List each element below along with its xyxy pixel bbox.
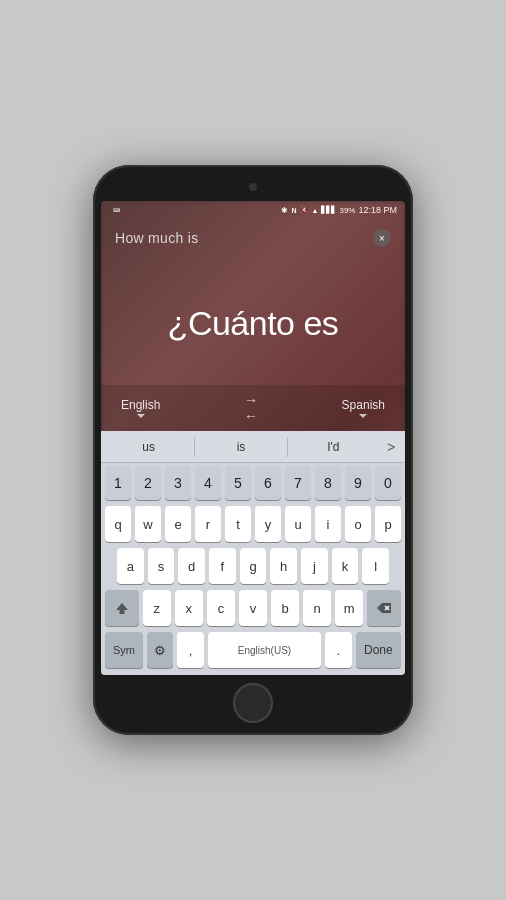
key-n[interactable]: n <box>303 590 331 626</box>
key-7[interactable]: 7 <box>285 466 311 500</box>
settings-icon: ⚙ <box>154 643 166 658</box>
key-5[interactable]: 5 <box>225 466 251 500</box>
nfc-icon: N <box>291 207 296 214</box>
camera <box>249 183 257 191</box>
key-j[interactable]: j <box>301 548 328 584</box>
phone-frame: ⌨ ✱ N 🔇 ▲ ▋▋▋ 39% 12:18 PM How much is × <box>93 165 413 735</box>
key-r[interactable]: r <box>195 506 221 542</box>
settings-key[interactable]: ⚙ <box>147 632 173 668</box>
keyboard: us is I'd > 1 2 3 4 5 6 7 8 9 <box>101 431 405 675</box>
comma-key[interactable]: , <box>177 632 203 668</box>
key-g[interactable]: g <box>240 548 267 584</box>
source-language-button[interactable]: English <box>121 398 160 418</box>
key-v[interactable]: v <box>239 590 267 626</box>
suggestion-more-button[interactable]: > <box>379 439 403 455</box>
key-o[interactable]: o <box>345 506 371 542</box>
key-e[interactable]: e <box>165 506 191 542</box>
key-q[interactable]: q <box>105 506 131 542</box>
left-arrow-icon: ← <box>244 409 258 423</box>
battery-level: 39% <box>339 206 355 215</box>
suggestion-id[interactable]: I'd <box>288 436 379 458</box>
key-h[interactable]: h <box>270 548 297 584</box>
key-k[interactable]: k <box>332 548 359 584</box>
input-row: How much is × <box>115 229 391 247</box>
translated-text: ¿Cuánto es <box>115 267 391 379</box>
done-key[interactable]: Done <box>356 632 401 668</box>
key-b[interactable]: b <box>271 590 299 626</box>
space-key[interactable]: English(US) <box>208 632 321 668</box>
backspace-icon <box>376 602 392 614</box>
key-4[interactable]: 4 <box>195 466 221 500</box>
key-2[interactable]: 2 <box>135 466 161 500</box>
suggestion-is[interactable]: is <box>195 436 286 458</box>
target-language-dropdown-arrow <box>359 414 367 418</box>
asdf-key-row: a s d f g h j k l <box>101 545 405 587</box>
qwerty-key-row: q w e r t y u i o p <box>101 503 405 545</box>
key-s[interactable]: s <box>148 548 175 584</box>
target-language-button[interactable]: Spanish <box>342 398 385 418</box>
status-right: ✱ N 🔇 ▲ ▋▋▋ 39% 12:18 PM <box>281 205 397 215</box>
source-language-dropdown-arrow <box>137 414 145 418</box>
key-1[interactable]: 1 <box>105 466 131 500</box>
key-w[interactable]: w <box>135 506 161 542</box>
key-l[interactable]: l <box>362 548 389 584</box>
bluetooth-icon: ✱ <box>281 206 288 215</box>
language-bar: English → ← Spanish <box>101 385 405 431</box>
key-9[interactable]: 9 <box>345 466 371 500</box>
translation-area: How much is × ¿Cuánto es <box>101 219 405 385</box>
key-a[interactable]: a <box>117 548 144 584</box>
status-bar: ⌨ ✱ N 🔇 ▲ ▋▋▋ 39% 12:18 PM <box>101 201 405 219</box>
phone-bottom <box>101 683 405 723</box>
phone-screen: ⌨ ✱ N 🔇 ▲ ▋▋▋ 39% 12:18 PM How much is × <box>101 201 405 675</box>
time-display: 12:18 PM <box>358 205 397 215</box>
number-key-row: 1 2 3 4 5 6 7 8 9 0 <box>101 463 405 503</box>
signal-icon: ▋▋▋ <box>321 206 336 214</box>
key-8[interactable]: 8 <box>315 466 341 500</box>
clear-button[interactable]: × <box>373 229 391 247</box>
backspace-key[interactable] <box>367 590 401 626</box>
input-text: How much is <box>115 230 198 246</box>
key-z[interactable]: z <box>143 590 171 626</box>
svg-marker-0 <box>116 603 128 614</box>
swap-language-button[interactable]: → ← <box>244 393 258 423</box>
keyboard-icon: ⌨ <box>109 206 123 214</box>
key-m[interactable]: m <box>335 590 363 626</box>
right-arrow-icon: → <box>244 393 258 407</box>
key-d[interactable]: d <box>178 548 205 584</box>
key-i[interactable]: i <box>315 506 341 542</box>
target-language-label: Spanish <box>342 398 385 412</box>
screen-content: ⌨ ✱ N 🔇 ▲ ▋▋▋ 39% 12:18 PM How much is × <box>101 201 405 675</box>
suggestions-bar: us is I'd > <box>101 431 405 463</box>
key-x[interactable]: x <box>175 590 203 626</box>
suggestion-us[interactable]: us <box>103 436 194 458</box>
home-button[interactable] <box>233 683 273 723</box>
mute-icon: 🔇 <box>300 206 309 214</box>
bottom-key-row: Sym ⚙ , English(US) . Done <box>101 629 405 671</box>
wifi-icon: ▲ <box>312 207 319 214</box>
shift-key[interactable] <box>105 590 139 626</box>
status-left: ⌨ <box>109 206 123 214</box>
shift-icon <box>115 601 129 615</box>
key-f[interactable]: f <box>209 548 236 584</box>
key-y[interactable]: y <box>255 506 281 542</box>
sym-key[interactable]: Sym <box>105 632 143 668</box>
phone-top <box>101 177 405 197</box>
period-key[interactable]: . <box>325 632 351 668</box>
key-0[interactable]: 0 <box>375 466 401 500</box>
source-language-label: English <box>121 398 160 412</box>
key-3[interactable]: 3 <box>165 466 191 500</box>
key-p[interactable]: p <box>375 506 401 542</box>
zxcv-key-row: z x c v b n m <box>101 587 405 629</box>
key-6[interactable]: 6 <box>255 466 281 500</box>
key-u[interactable]: u <box>285 506 311 542</box>
key-c[interactable]: c <box>207 590 235 626</box>
key-t[interactable]: t <box>225 506 251 542</box>
